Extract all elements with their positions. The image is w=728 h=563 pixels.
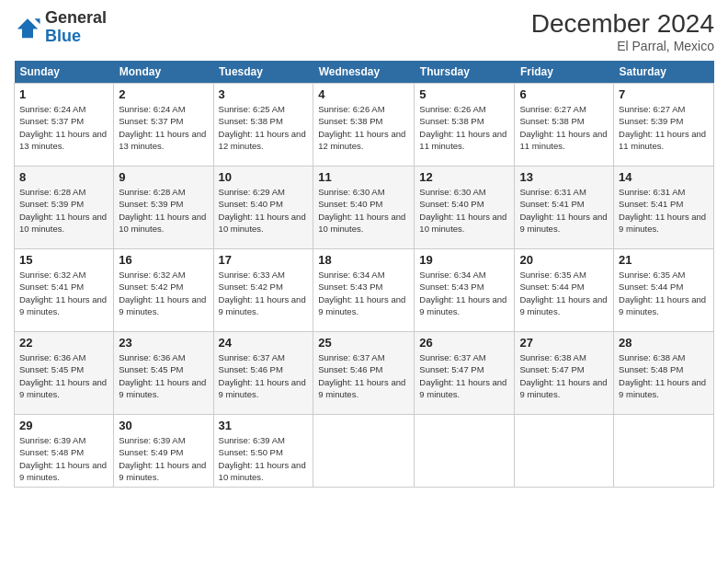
day-info: Sunrise: 6:32 AMSunset: 5:42 PMDaylight:…	[119, 269, 208, 317]
col-sunday: Sunday	[15, 61, 114, 84]
location-text: El Parral, Mexico	[531, 39, 714, 53]
table-cell: 20 Sunrise: 6:35 AMSunset: 5:44 PMDaylig…	[515, 249, 614, 332]
page-header: General Blue December 2024 El Parral, Me…	[14, 9, 714, 53]
table-cell: 31 Sunrise: 6:39 AMSunset: 5:50 PMDaylig…	[213, 415, 313, 488]
day-number: 13	[519, 170, 609, 184]
day-number: 24	[219, 336, 309, 350]
calendar-table: Sunday Monday Tuesday Wednesday Thursday…	[14, 61, 714, 488]
table-cell: 2 Sunrise: 6:24 AMSunset: 5:37 PMDayligh…	[114, 84, 213, 167]
day-info: Sunrise: 6:31 AMSunset: 5:41 PMDaylight:…	[619, 186, 709, 235]
table-cell: 22 Sunrise: 6:36 AMSunset: 5:45 PMDaylig…	[15, 332, 114, 415]
table-cell: 15 Sunrise: 6:32 AMSunset: 5:41 PMDaylig…	[15, 249, 114, 332]
day-info: Sunrise: 6:37 AMSunset: 5:46 PMDaylight:…	[318, 351, 409, 400]
col-monday: Monday	[114, 61, 213, 84]
day-number: 22	[19, 336, 108, 350]
table-cell: 16 Sunrise: 6:32 AMSunset: 5:42 PMDaylig…	[114, 249, 213, 332]
day-number: 14	[619, 170, 709, 184]
day-number: 30	[119, 419, 208, 432]
day-info: Sunrise: 6:27 AMSunset: 5:38 PMDaylight:…	[519, 103, 609, 152]
logo-text: General Blue	[45, 9, 107, 46]
table-cell: 9 Sunrise: 6:28 AMSunset: 5:39 PMDayligh…	[114, 167, 213, 249]
table-cell: 4 Sunrise: 6:26 AMSunset: 5:38 PMDayligh…	[313, 84, 415, 167]
table-cell: 13 Sunrise: 6:31 AMSunset: 5:41 PMDaylig…	[515, 167, 614, 249]
day-number: 17	[219, 253, 309, 267]
table-cell: 19 Sunrise: 6:34 AMSunset: 5:43 PMDaylig…	[415, 249, 515, 332]
day-number: 29	[19, 419, 108, 432]
day-info: Sunrise: 6:37 AMSunset: 5:47 PMDaylight:…	[419, 351, 509, 400]
table-cell: 1 Sunrise: 6:24 AMSunset: 5:37 PMDayligh…	[15, 84, 114, 167]
col-thursday: Thursday	[415, 61, 515, 84]
day-info: Sunrise: 6:37 AMSunset: 5:46 PMDaylight:…	[219, 351, 309, 400]
table-cell: 10 Sunrise: 6:29 AMSunset: 5:40 PMDaylig…	[213, 167, 313, 249]
table-cell	[515, 415, 614, 488]
day-number: 18	[318, 253, 409, 267]
table-cell: 25 Sunrise: 6:37 AMSunset: 5:46 PMDaylig…	[313, 332, 415, 415]
day-number: 5	[419, 87, 509, 101]
calendar-header-row: Sunday Monday Tuesday Wednesday Thursday…	[15, 61, 714, 84]
day-number: 16	[119, 253, 208, 267]
day-info: Sunrise: 6:24 AMSunset: 5:37 PMDaylight:…	[19, 103, 108, 152]
day-number: 9	[119, 170, 208, 184]
logo-general-text: General	[45, 8, 107, 27]
day-number: 8	[19, 170, 108, 184]
day-info: Sunrise: 6:26 AMSunset: 5:38 PMDaylight:…	[419, 103, 509, 152]
table-cell	[614, 415, 714, 488]
table-cell: 23 Sunrise: 6:36 AMSunset: 5:45 PMDaylig…	[114, 332, 213, 415]
logo-blue-text: Blue	[45, 27, 81, 45]
table-cell: 18 Sunrise: 6:34 AMSunset: 5:43 PMDaylig…	[313, 249, 415, 332]
table-cell: 8 Sunrise: 6:28 AMSunset: 5:39 PMDayligh…	[15, 167, 114, 249]
table-cell: 6 Sunrise: 6:27 AMSunset: 5:38 PMDayligh…	[515, 84, 614, 167]
day-info: Sunrise: 6:29 AMSunset: 5:40 PMDaylight:…	[219, 186, 309, 235]
day-number: 7	[619, 87, 709, 101]
day-number: 10	[219, 170, 309, 184]
day-number: 2	[119, 87, 208, 101]
month-year-title: December 2024	[531, 9, 714, 39]
col-tuesday: Tuesday	[213, 61, 313, 84]
table-cell: 5 Sunrise: 6:26 AMSunset: 5:38 PMDayligh…	[415, 84, 515, 167]
day-number: 19	[419, 253, 509, 267]
day-number: 23	[119, 336, 208, 350]
day-number: 12	[419, 170, 509, 184]
day-info: Sunrise: 6:35 AMSunset: 5:44 PMDaylight:…	[619, 269, 709, 317]
day-info: Sunrise: 6:30 AMSunset: 5:40 PMDaylight:…	[318, 186, 409, 235]
table-cell: 26 Sunrise: 6:37 AMSunset: 5:47 PMDaylig…	[415, 332, 515, 415]
day-info: Sunrise: 6:26 AMSunset: 5:38 PMDaylight:…	[318, 103, 409, 152]
day-number: 31	[219, 419, 309, 432]
day-number: 26	[419, 336, 509, 350]
day-number: 1	[19, 87, 108, 101]
col-friday: Friday	[515, 61, 614, 84]
day-info: Sunrise: 6:27 AMSunset: 5:39 PMDaylight:…	[619, 103, 709, 152]
day-number: 28	[619, 336, 709, 350]
table-cell: 17 Sunrise: 6:33 AMSunset: 5:42 PMDaylig…	[213, 249, 313, 332]
day-number: 11	[318, 170, 409, 184]
title-section: December 2024 El Parral, Mexico	[531, 9, 714, 53]
day-number: 4	[318, 87, 409, 101]
table-cell: 3 Sunrise: 6:25 AMSunset: 5:38 PMDayligh…	[213, 84, 313, 167]
table-cell: 14 Sunrise: 6:31 AMSunset: 5:41 PMDaylig…	[614, 167, 714, 249]
logo-icon	[14, 14, 41, 41]
day-number: 15	[19, 253, 108, 267]
day-info: Sunrise: 6:38 AMSunset: 5:47 PMDaylight:…	[519, 351, 609, 400]
table-cell	[415, 415, 515, 488]
day-number: 21	[619, 253, 709, 267]
day-info: Sunrise: 6:34 AMSunset: 5:43 PMDaylight:…	[419, 269, 509, 317]
day-info: Sunrise: 6:39 AMSunset: 5:50 PMDaylight:…	[219, 434, 309, 483]
day-number: 27	[519, 336, 609, 350]
day-number: 3	[219, 87, 309, 101]
col-wednesday: Wednesday	[313, 61, 415, 84]
day-info: Sunrise: 6:24 AMSunset: 5:37 PMDaylight:…	[119, 103, 208, 152]
table-cell: 11 Sunrise: 6:30 AMSunset: 5:40 PMDaylig…	[313, 167, 415, 249]
day-info: Sunrise: 6:30 AMSunset: 5:40 PMDaylight:…	[419, 186, 509, 235]
day-info: Sunrise: 6:25 AMSunset: 5:38 PMDaylight:…	[219, 103, 309, 152]
day-info: Sunrise: 6:39 AMSunset: 5:48 PMDaylight:…	[19, 434, 108, 483]
col-saturday: Saturday	[614, 61, 714, 84]
day-info: Sunrise: 6:38 AMSunset: 5:48 PMDaylight:…	[619, 351, 709, 400]
day-info: Sunrise: 6:36 AMSunset: 5:45 PMDaylight:…	[119, 351, 208, 400]
table-cell: 12 Sunrise: 6:30 AMSunset: 5:40 PMDaylig…	[415, 167, 515, 249]
day-info: Sunrise: 6:33 AMSunset: 5:42 PMDaylight:…	[219, 269, 309, 317]
table-cell: 30 Sunrise: 6:39 AMSunset: 5:49 PMDaylig…	[114, 415, 213, 488]
day-number: 20	[519, 253, 609, 267]
day-number: 6	[519, 87, 609, 101]
day-info: Sunrise: 6:34 AMSunset: 5:43 PMDaylight:…	[318, 269, 409, 317]
table-cell: 29 Sunrise: 6:39 AMSunset: 5:48 PMDaylig…	[15, 415, 114, 488]
